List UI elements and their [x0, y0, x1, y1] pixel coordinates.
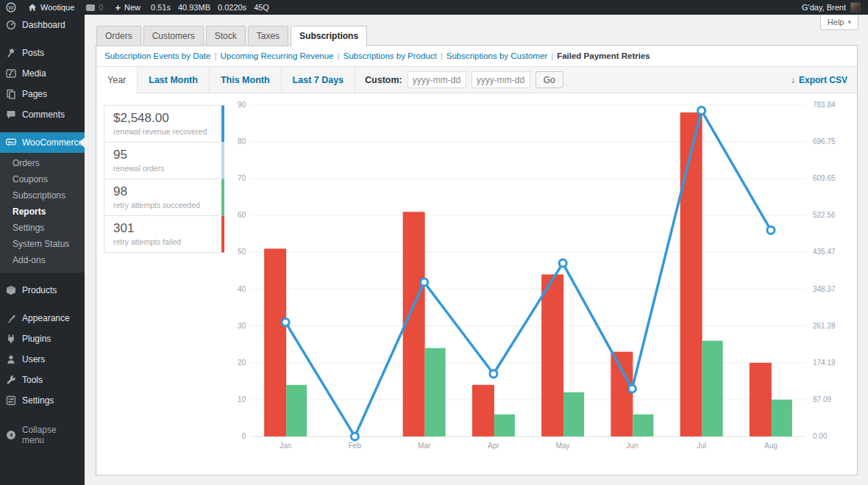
range-tab-last-7-days[interactable]: Last 7 Days	[282, 67, 355, 93]
line-point-Feb[interactable]	[351, 433, 358, 440]
submenu-item-reports[interactable]: Reports	[0, 204, 85, 220]
submenu-item-subscriptions[interactable]: Subscriptions	[0, 187, 85, 204]
account-menu[interactable]: G'day, Brent	[802, 2, 868, 12]
submenu-item-system-status[interactable]: System Status	[0, 236, 85, 252]
tab-subscriptions[interactable]: Subscriptions	[291, 26, 367, 47]
menu-separator	[0, 125, 85, 132]
bar-Aug[interactable]	[772, 400, 792, 436]
bar-May[interactable]	[563, 392, 584, 436]
go-button[interactable]: Go	[536, 71, 563, 88]
line-point-Aug[interactable]	[767, 226, 775, 234]
sidebar-item-posts[interactable]: Posts	[0, 43, 85, 63]
line-point-Jul[interactable]	[698, 107, 705, 114]
sidebar-item-label: Plugins	[22, 334, 51, 344]
sidebar-item-tools[interactable]: Tools	[0, 370, 85, 390]
new-content-menu[interactable]: + New	[109, 0, 146, 15]
sidebar-item-dashboard[interactable]: Dashboard	[0, 15, 85, 35]
left-axis-tick: 40	[238, 285, 246, 293]
sidebar-item-appearance[interactable]: Appearance	[0, 308, 85, 328]
avatar	[850, 2, 861, 12]
stat-retry-attempts-succeeded: 98 retry attempts succeeded	[104, 179, 224, 216]
bar-Apr[interactable]	[472, 385, 494, 436]
retries-chart: 00.001087.0920174.1930261.2840348.375043…	[227, 99, 853, 473]
wordpress-menu[interactable]: W	[0, 0, 22, 15]
submenu-item-coupons[interactable]: Coupons	[0, 171, 85, 187]
sidebar-item-comments[interactable]: Comments	[0, 104, 85, 125]
submenu-label: Orders	[13, 158, 40, 168]
line-point-Apr[interactable]	[490, 370, 497, 378]
subnav-link-by-customer[interactable]: Subscriptions by Customer	[447, 51, 547, 60]
range-tab-label: Year	[107, 75, 126, 85]
sidebar-item-settings[interactable]: Settings	[0, 390, 85, 411]
sidebar-item-plugins[interactable]: Plugins	[0, 328, 85, 349]
bar-Jan[interactable]	[264, 248, 286, 436]
stat-label: retry attempts succeeded	[113, 201, 213, 209]
line-point-Mar[interactable]	[421, 279, 428, 286]
site-name: Wootique	[40, 3, 74, 12]
submenu-item-add-ons[interactable]: Add-ons	[0, 252, 85, 268]
admin-sidebar: Dashboard Posts Media Pages Comments Woo…	[0, 15, 85, 485]
chart-canvas: 00.001087.0920174.1930261.2840348.375043…	[227, 99, 853, 473]
sidebar-item-label: Comments	[22, 109, 65, 120]
bar-Mar[interactable]	[425, 348, 446, 436]
sidebar-item-pages[interactable]: Pages	[0, 84, 85, 104]
line-point-Jan[interactable]	[282, 319, 289, 326]
right-axis-tick: 609.65	[813, 174, 836, 182]
bar-Jun[interactable]	[633, 414, 653, 436]
sidebar-item-users[interactable]: Users	[0, 349, 85, 370]
range-tab-year[interactable]: Year	[96, 67, 138, 93]
greeting: G'day, Brent	[802, 3, 846, 12]
submenu-label: Subscriptions	[13, 190, 65, 201]
site-name-link[interactable]: Wootique	[22, 0, 80, 15]
tab-stock[interactable]: Stock	[206, 26, 246, 46]
bar-Apr[interactable]	[494, 414, 515, 436]
range-tab-last-month[interactable]: Last Month	[138, 67, 210, 93]
right-axis-tick: 348.37	[813, 285, 836, 293]
bar-Jul[interactable]	[680, 112, 702, 436]
home-icon	[28, 3, 37, 12]
subnav-link-events-by-date[interactable]: Subscription Events by Date	[104, 51, 210, 60]
start-date-input[interactable]	[408, 71, 466, 88]
bar-series-retry-attempts-failed	[264, 112, 772, 436]
sidebar-item-media[interactable]: Media	[0, 63, 85, 84]
menu-separator	[0, 35, 85, 43]
stat-value: 98	[113, 184, 213, 199]
sidebar-item-label: Pages	[22, 89, 47, 99]
bar-Aug[interactable]	[750, 363, 772, 436]
collapse-arrow-icon	[6, 430, 16, 440]
sidebar-item-woocommerce[interactable]: Woo WooCommerce	[0, 132, 85, 153]
sidebar-item-products[interactable]: Products	[0, 280, 85, 301]
tab-customers[interactable]: Customers	[143, 26, 204, 46]
range-tab-this-month[interactable]: This Month	[210, 67, 282, 93]
tab-taxes[interactable]: Taxes	[248, 26, 288, 46]
dashboard-icon	[6, 20, 16, 30]
new-label: New	[124, 3, 140, 12]
submenu-item-orders[interactable]: Orders	[0, 155, 85, 171]
help-button[interactable]: Help ▾	[820, 15, 858, 30]
stat-value: 301	[113, 221, 213, 236]
stat-label: renewal revenue recovered	[113, 127, 213, 136]
custom-range-group: Custom: Go	[365, 67, 563, 93]
export-csv-link[interactable]: ↓ Export CSV	[791, 67, 847, 93]
bar-May[interactable]	[541, 274, 563, 436]
right-axis-tick: 522.56	[813, 211, 836, 219]
help-label: Help	[828, 18, 844, 26]
user-icon	[6, 354, 16, 364]
line-point-May[interactable]	[559, 259, 566, 267]
bar-Jun[interactable]	[611, 352, 633, 436]
comments-shortcut[interactable]: 0	[80, 0, 109, 15]
bar-Jan[interactable]	[286, 385, 307, 436]
subnav-link-upcoming-revenue[interactable]: Upcoming Recurring Revenue	[220, 51, 333, 60]
collapse-menu-button[interactable]: Collapse menu	[0, 420, 85, 450]
submenu-item-settings[interactable]: Settings	[0, 220, 85, 236]
tab-orders[interactable]: Orders	[96, 26, 141, 46]
subnav-link-by-product[interactable]: Subscriptions by Product	[344, 51, 437, 60]
sidebar-item-label: WooCommerce	[22, 137, 83, 148]
range-tab-label: Last 7 Days	[293, 75, 344, 85]
bar-Jul[interactable]	[702, 341, 723, 436]
submenu-label: Add-ons	[13, 255, 46, 265]
separator: |	[214, 51, 216, 60]
menu-separator	[0, 301, 85, 308]
end-date-input[interactable]	[472, 71, 530, 88]
line-point-Jun[interactable]	[628, 385, 636, 392]
